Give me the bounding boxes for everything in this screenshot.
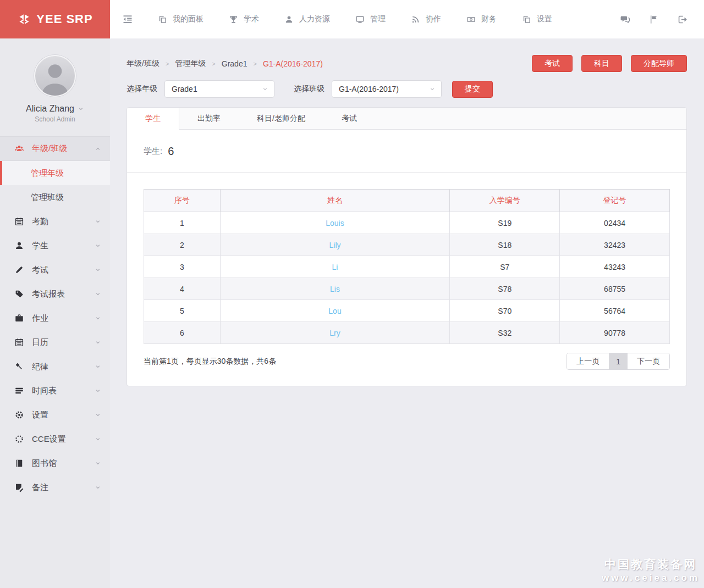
site-watermark: 中国教育装备网 www.ceiea.com bbox=[602, 557, 700, 584]
nav-item-collaborate[interactable]: 协作 bbox=[398, 0, 454, 38]
pagination-info: 当前第1页，每页显示30条数据，共6条 bbox=[144, 357, 276, 367]
col-header-register-no[interactable]: 登记号 bbox=[560, 190, 670, 212]
sidebar-item-homework[interactable]: 作业 bbox=[0, 306, 110, 330]
logout-button[interactable] bbox=[668, 0, 696, 38]
student-count-value: 6 bbox=[168, 145, 174, 158]
grade-select-value: Grade1 bbox=[172, 85, 197, 93]
current-page-button[interactable]: 1 bbox=[609, 353, 627, 369]
sidebar-item-grades-classes[interactable]: 年级/班级 bbox=[0, 137, 110, 161]
nav-item-dashboard[interactable]: 我的面板 bbox=[145, 0, 216, 38]
grade-select[interactable]: Grade1 bbox=[164, 80, 274, 98]
submit-button[interactable]: 提交 bbox=[452, 81, 493, 98]
nav-item-label: 人力资源 bbox=[299, 14, 330, 24]
banknote-icon bbox=[466, 15, 476, 24]
prev-page-button[interactable]: 上一页 bbox=[567, 353, 609, 369]
student-name-link[interactable]: Li bbox=[332, 263, 338, 271]
chevron-down-icon bbox=[95, 484, 101, 491]
student-name-link[interactable]: Lis bbox=[330, 285, 340, 293]
student-name-link[interactable]: Louis bbox=[326, 219, 344, 228]
student-count-summary: 学生: 6 bbox=[127, 130, 686, 173]
main-content: 年级/班级 > 管理年级 > Grade1 > G1-A(2016-2017) … bbox=[110, 38, 704, 588]
nav-item-hr[interactable]: 人力资源 bbox=[272, 0, 343, 38]
primary-nav: 我的面板 学术 人力资源 管理 协作 财务 设置 bbox=[145, 0, 565, 38]
nav-item-settings[interactable]: 设置 bbox=[509, 0, 565, 38]
sidebar-item-students[interactable]: 学生 bbox=[0, 234, 110, 258]
cell-serial: 2 bbox=[144, 234, 221, 256]
monitor-icon bbox=[355, 15, 365, 24]
cell-admission-no: S32 bbox=[450, 322, 560, 344]
tab-exams[interactable]: 考试 bbox=[323, 108, 375, 129]
sidebar-item-exams[interactable]: 考试 bbox=[0, 258, 110, 282]
chevron-up-icon bbox=[95, 146, 101, 152]
sidebar-subitem-manage-classes[interactable]: 管理班级 bbox=[0, 185, 110, 209]
sidebar-item-timetable[interactable]: 时间表 bbox=[0, 379, 110, 403]
user-profile: Alicia Zhang School Admin bbox=[0, 38, 110, 136]
sidebar-item-label: 作业 bbox=[32, 313, 48, 324]
assign-tutor-button[interactable]: 分配导师 bbox=[631, 55, 687, 72]
chevron-down-icon bbox=[95, 267, 101, 273]
pencil-icon bbox=[14, 265, 25, 275]
nav-item-academic[interactable]: 学术 bbox=[216, 0, 272, 38]
breadcrumb: 年级/班级 > 管理年级 > Grade1 > G1-A(2016-2017) bbox=[127, 55, 323, 69]
student-name-link[interactable]: Lily bbox=[329, 241, 340, 249]
user-name-dropdown[interactable]: Alicia Zhang bbox=[0, 104, 110, 114]
sidebar-item-label: 考试报表 bbox=[32, 289, 65, 299]
book-icon bbox=[14, 458, 25, 469]
sidebar-item-remarks[interactable]: 备注 bbox=[0, 475, 110, 500]
nav-item-label: 学术 bbox=[244, 14, 259, 24]
sidebar-item-settings[interactable]: 设置 bbox=[0, 403, 110, 427]
col-header-admission-no[interactable]: 入学编号 bbox=[450, 190, 560, 212]
table-row: 2 Lily S18 32423 bbox=[144, 234, 670, 256]
nav-item-finance[interactable]: 财务 bbox=[454, 0, 509, 38]
col-header-serial[interactable]: 序号 bbox=[144, 190, 221, 212]
trophy-icon bbox=[229, 15, 238, 24]
chevron-down-icon bbox=[95, 387, 101, 394]
breadcrumb-item[interactable]: Grade1 bbox=[222, 59, 248, 68]
table-row: 4 Lis S78 68755 bbox=[144, 278, 670, 300]
sidebar-item-label: 设置 bbox=[32, 410, 48, 420]
chevron-down-icon bbox=[95, 363, 101, 370]
exam-button[interactable]: 考试 bbox=[532, 55, 573, 72]
tab-subject-teacher-assign[interactable]: 科目/老师分配 bbox=[239, 108, 323, 129]
sidebar-item-attendance[interactable]: 考勤 bbox=[0, 209, 110, 234]
sidebar-item-discipline[interactable]: 纪律 bbox=[0, 354, 110, 379]
brand-name: YEE SRP bbox=[36, 12, 92, 26]
note-icon bbox=[14, 482, 25, 493]
cell-serial: 5 bbox=[144, 300, 221, 322]
sidebar-item-cce-settings[interactable]: CCE设置 bbox=[0, 427, 110, 451]
tab-attendance-rate[interactable]: 出勤率 bbox=[179, 108, 239, 129]
breadcrumb-item[interactable]: 年级/班级 bbox=[127, 59, 160, 69]
chevron-down-icon bbox=[95, 339, 101, 346]
sidebar-item-library[interactable]: 图书馆 bbox=[0, 451, 110, 475]
calendar-icon bbox=[14, 337, 25, 348]
brand-logo[interactable]: YEE SRP bbox=[0, 0, 110, 38]
breadcrumb-item[interactable]: 管理年级 bbox=[175, 59, 206, 69]
tag-icon bbox=[14, 289, 25, 299]
sidebar-collapse-toggle[interactable] bbox=[110, 0, 145, 38]
student-name-link[interactable]: Lou bbox=[328, 307, 341, 315]
student-name-link[interactable]: Lry bbox=[329, 329, 340, 337]
col-header-name[interactable]: 姓名 bbox=[220, 190, 450, 212]
class-select-label: 选择班级 bbox=[294, 84, 324, 94]
sidebar-item-calendar[interactable]: 日历 bbox=[0, 330, 110, 354]
tab-students[interactable]: 学生 bbox=[127, 108, 179, 130]
chevron-down-icon bbox=[95, 315, 101, 321]
chevron-down-icon bbox=[95, 242, 101, 249]
table-row: 5 Lou S70 56764 bbox=[144, 300, 670, 322]
student-count-label: 学生: bbox=[144, 146, 162, 157]
class-select[interactable]: G1-A(2016-2017) bbox=[332, 80, 442, 98]
sidebar-item-label: CCE设置 bbox=[32, 434, 66, 445]
sidebar-item-exam-reports[interactable]: 考试报表 bbox=[0, 282, 110, 306]
flag-button[interactable] bbox=[639, 0, 668, 38]
sidebar-subitem-manage-grades[interactable]: 管理年级 bbox=[0, 161, 110, 185]
subject-button[interactable]: 科目 bbox=[581, 55, 622, 72]
chevron-down-icon bbox=[95, 412, 101, 418]
chat-button[interactable] bbox=[610, 0, 639, 38]
avatar[interactable] bbox=[34, 55, 76, 97]
users-group-icon bbox=[14, 143, 25, 154]
person-icon bbox=[14, 241, 25, 251]
chevron-down-icon bbox=[95, 460, 101, 467]
nav-item-admin[interactable]: 管理 bbox=[343, 0, 398, 38]
class-select-value: G1-A(2016-2017) bbox=[339, 85, 399, 93]
next-page-button[interactable]: 下一页 bbox=[627, 353, 669, 369]
